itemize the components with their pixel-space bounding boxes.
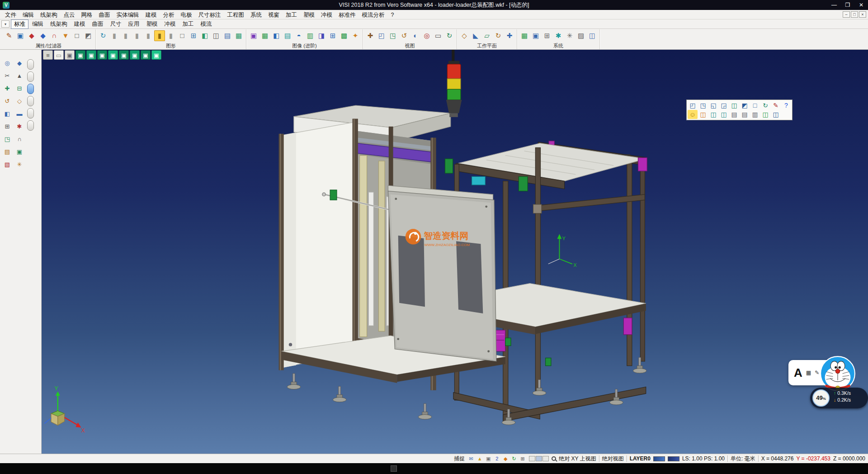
menu-item[interactable]: 冲模 (318, 11, 335, 19)
viewport-3d[interactable]: Y X 智造资料网 WWW.ZHIZAOZILIAO.COM Y (42, 50, 868, 454)
mdi-close-button[interactable]: × (859, 11, 866, 18)
view-left-icon[interactable]: ▣ (141, 50, 151, 60)
machine-front-plate[interactable] (388, 185, 496, 361)
zoom-window-icon[interactable]: ◳ (387, 30, 398, 41)
mdi-minimize-button[interactable]: – (843, 11, 850, 18)
view-iso-1-icon[interactable]: ▣ (75, 50, 85, 60)
image-teal-icon[interactable]: ▤ (282, 30, 293, 41)
pal-smiley-icon[interactable]: ☺ (688, 110, 698, 119)
status-cam-icon[interactable]: ▣ (485, 455, 492, 462)
system-hatch-icon[interactable]: ▨ (576, 30, 586, 41)
workplane-standard-icon[interactable]: ◇ (459, 30, 470, 41)
bounding-box-icon[interactable]: ◫ (211, 30, 222, 41)
mdi-restore-button[interactable]: □ (851, 11, 858, 18)
status-warn-icon[interactable]: ▲ (476, 455, 483, 462)
minimize-button[interactable]: — (827, 0, 841, 10)
snap-label[interactable]: 捕捉 (454, 455, 465, 463)
image-right-icon[interactable]: ◨ (316, 30, 327, 41)
tab-标准[interactable]: 标准 (11, 19, 28, 29)
menu-item[interactable]: 网格 (78, 11, 96, 19)
pointer-icon[interactable]: ◎ (3, 59, 12, 68)
image-green-icon[interactable]: ▦ (259, 30, 270, 41)
workplane-align-icon[interactable]: ✚ (504, 30, 515, 41)
pal-view-nw-icon[interactable]: ◰ (688, 101, 698, 110)
menu-item[interactable]: 建模 (142, 11, 160, 19)
viewport-menu-icon[interactable]: ≡ (43, 50, 53, 60)
magnet-snap-icon[interactable]: ∩ (49, 30, 60, 41)
layer-indicator[interactable]: LAYER0 (630, 455, 651, 462)
system-palette-icon[interactable]: ▦ (519, 30, 530, 41)
system-monitor-icon[interactable]: ▣ (530, 30, 541, 41)
rotate-icon[interactable]: ↺ (3, 97, 12, 106)
measure-icon[interactable]: ◳ (3, 135, 12, 144)
graphic-bar-4-icon[interactable]: ▮ (143, 30, 154, 41)
prev-view-icon[interactable]: ◐ (410, 30, 421, 41)
status-mail-icon[interactable]: ✉ (467, 455, 475, 462)
edit-point-icon[interactable]: ◆ (15, 59, 24, 68)
image-grid-icon[interactable]: ⊞ (327, 30, 338, 41)
pal-teal-cube-2-icon[interactable]: ◫ (719, 110, 729, 119)
filter-remove-icon[interactable]: ◆ (38, 30, 48, 41)
image-hatch-icon[interactable]: ▩ (339, 30, 349, 41)
refresh-view-icon[interactable]: ↻ (444, 30, 455, 41)
pal-blue-cube-icon[interactable]: ◫ (771, 110, 781, 119)
system-snowflake-icon[interactable]: ✱ (553, 30, 564, 41)
menu-item[interactable]: 视窗 (265, 11, 283, 19)
pal-shade-icon[interactable]: ◩ (740, 101, 750, 110)
workplane-3point-icon[interactable]: ◣ (470, 30, 481, 41)
status-grid-icon[interactable]: ⊞ (519, 455, 526, 462)
tab-塑模[interactable]: 塑模 (143, 19, 161, 29)
menu-item[interactable]: 编辑 (19, 11, 37, 19)
view-bottom-icon[interactable]: ▣ (151, 50, 161, 60)
menu-item[interactable]: 工程图 (224, 11, 248, 19)
status-recycle-icon[interactable]: ↻ (510, 455, 518, 462)
image-capture-icon[interactable]: ▣ (248, 30, 259, 41)
system-cube-icon[interactable]: ◫ (587, 30, 598, 41)
selection-box-icon[interactable]: □ (71, 30, 82, 41)
trim-icon[interactable]: ✂ (3, 71, 12, 81)
tab-线架构[interactable]: 线架构 (47, 19, 71, 29)
tab-应用[interactable]: 应用 (125, 19, 143, 29)
menu-item[interactable]: 文件 (2, 11, 19, 19)
color-swatch-1[interactable] (653, 456, 665, 461)
offset-icon[interactable]: ⊟ (15, 84, 24, 93)
graphic-bar-5-icon[interactable]: ▮ (165, 30, 176, 41)
color-swatch-2[interactable] (668, 456, 679, 461)
view-front-icon[interactable]: ▣ (108, 50, 118, 60)
tab-建模[interactable]: 建模 (71, 19, 89, 29)
regen-icon[interactable]: ↻ (98, 30, 108, 41)
workplane-face-icon[interactable]: ▱ (481, 30, 492, 41)
pill-wireframe-button[interactable] (27, 59, 34, 70)
shading-toggle-icon[interactable]: ▮ (154, 30, 165, 41)
graphic-bar-3-icon[interactable]: ▮ (132, 30, 142, 41)
wireframe-icon[interactable]: □ (177, 30, 188, 41)
ime-mode-indicator[interactable]: A (794, 366, 802, 380)
maximize-button[interactable]: ❐ (841, 0, 854, 10)
menu-item[interactable]: 塑模 (300, 11, 318, 19)
tab-加工[interactable]: 加工 (179, 19, 197, 29)
coordinate-mode-segments[interactable] (529, 456, 549, 461)
pal-cube-icon[interactable]: ◫ (729, 101, 739, 110)
view-back-icon[interactable]: ▣ (130, 50, 140, 60)
view-top-icon[interactable]: ▣ (97, 50, 107, 60)
section-view-icon[interactable]: ◧ (199, 30, 210, 41)
render-mode-icon[interactable]: ▦ (233, 30, 244, 41)
menu-item[interactable]: 标准件 (335, 11, 359, 19)
pal-wire-icon[interactable]: □ (750, 101, 760, 110)
align-icon[interactable]: ▬ (15, 109, 24, 118)
system-settings-icon[interactable]: ✳ (564, 30, 575, 41)
status-diamond-icon[interactable]: ◆ (502, 455, 509, 462)
join-icon[interactable]: ∩ (15, 135, 24, 144)
pal-orange-cube-icon[interactable]: ◫ (698, 110, 708, 119)
explode-icon[interactable]: ✱ (15, 122, 24, 131)
taskbar[interactable] (0, 463, 868, 474)
view-right-icon[interactable]: ▣ (119, 50, 129, 60)
menu-item[interactable]: 模流分析 (359, 11, 388, 19)
pal-view-se-icon[interactable]: ◲ (719, 101, 729, 110)
tab-list-dropdown[interactable]: ▾ (1, 20, 9, 28)
image-star-icon[interactable]: ✦ (350, 30, 361, 41)
image-top-icon[interactable]: ◓ (293, 30, 304, 41)
workplane-rotate-icon[interactable]: ↻ (493, 30, 504, 41)
menu-item[interactable]: 尺寸标注 (195, 11, 224, 19)
tab-冲模[interactable]: 冲模 (161, 19, 179, 29)
